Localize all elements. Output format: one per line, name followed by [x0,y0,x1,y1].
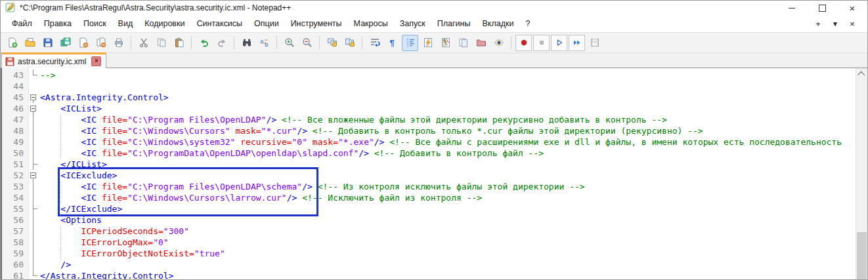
line-number[interactable]: 52 [2,170,28,181]
redo-button[interactable] [213,35,230,51]
code-text[interactable]: <IC file="C:\Windows\system32" recursive… [39,136,842,148]
zoom-out-button[interactable] [299,35,315,51]
code-text[interactable]: <Options [39,214,102,226]
folder-as-workspace-button[interactable] [473,35,489,51]
line-number[interactable]: 60 [2,259,28,270]
menu-item-settings[interactable]: Опции [248,17,285,30]
paste-button[interactable] [171,35,187,51]
code-area[interactable]: 43-->4445<Astra.Integrity.Control>46 <IC… [2,68,856,279]
document-map-button[interactable] [437,35,454,51]
code-text[interactable]: <ICList> [39,103,102,114]
line-number[interactable]: 57 [2,226,28,237]
code-text[interactable]: <IC file="C:\Program Files\OpenLDAP"/> <… [39,114,667,125]
macro-record-button[interactable] [515,35,532,51]
find-button[interactable] [238,35,255,51]
tab-astra-security-ic-xml[interactable]: astra.security.ic.xml × [1,52,106,68]
line-number[interactable]: 49 [2,136,28,148]
code-text[interactable]: <ICExclude> [39,170,117,181]
line-number[interactable]: 45 [2,92,28,103]
print-button[interactable] [110,35,127,51]
menu-item-help[interactable]: ? [519,17,536,30]
code-text[interactable]: </Astra.Integrity.Control> [39,270,174,279]
menu-item-macro[interactable]: Макросы [348,17,394,30]
vertical-scrollbar[interactable] [856,68,867,279]
undo-button[interactable] [196,35,212,51]
menu-item-language[interactable]: Синтаксисы [190,17,248,30]
minimize-icon [789,8,795,9]
minimize-button[interactable] [777,1,807,15]
line-number[interactable]: 61 [2,270,28,279]
line-number[interactable]: 48 [2,125,28,136]
fold-collapse-icon[interactable] [28,92,39,103]
menu-item-search[interactable]: Поиск [77,17,112,30]
maximize-button[interactable] [807,1,837,15]
show-all-characters-button[interactable]: ¶ [384,35,401,51]
line-number[interactable]: 44 [2,81,28,92]
macro-save-button[interactable] [586,35,603,51]
sync-horizontal-scrolling-button[interactable] [341,35,358,51]
menu-item-run[interactable]: Запуск [394,17,431,30]
macro-stop-icon [536,37,547,48]
code-text[interactable]: <IC file="C:\Windows\Cursors\larrow.cur"… [39,192,482,203]
code-text[interactable]: <IC file="C:\ProgramData\OpenLDAP\openld… [39,148,544,159]
code-text[interactable]: <IC file="C:\Program Files\OpenLDAP\sche… [39,181,585,192]
fold-collapse-icon[interactable] [28,103,39,114]
menu-item-encoding[interactable]: Кодировки [139,17,190,30]
line-number[interactable]: 46 [2,103,28,114]
code-text[interactable]: ICErrorLogMax="0" [39,237,169,248]
user-defined-language-button[interactable] [420,35,436,51]
menu-item-file[interactable]: Файл [6,17,38,30]
save-file-button[interactable] [39,35,56,51]
close-file-button[interactable] [75,35,91,51]
macro-stop-button[interactable] [533,35,550,51]
code-text[interactable]: <Astra.Integrity.Control> [39,92,169,103]
menu-item-tabs[interactable]: Вкладки [476,17,519,30]
line-number[interactable]: 58 [2,237,28,248]
menu-item-tools[interactable]: Инструменты [285,17,348,30]
code-text[interactable]: ICErrorObjectNotExist="true" [39,248,225,259]
open-file-button[interactable] [22,35,38,51]
line-number[interactable]: 59 [2,248,28,259]
line-number[interactable]: 56 [2,214,28,226]
close-all-button[interactable] [93,35,109,51]
macro-run-multiple-button[interactable] [569,35,585,51]
code-text[interactable]: ICPeriodSeconds="300" [39,226,189,237]
sync-vertical-scrolling-button[interactable] [324,35,340,51]
scrollbar-thumb[interactable] [857,232,867,279]
monitoring-button[interactable] [490,35,507,51]
new-tab-button[interactable]: + [810,19,827,29]
replace-button[interactable]: ab [256,35,272,51]
new-file-button[interactable] [4,35,20,51]
zoom-in-button[interactable] [281,35,297,51]
code-text[interactable]: </ICList> [39,159,107,170]
menu-item-plugins[interactable]: Плагины [431,17,477,30]
copy-button[interactable] [153,35,169,51]
line-number[interactable]: 55 [2,203,28,214]
close-window-button[interactable]: × [837,1,867,15]
line-number[interactable]: 50 [2,148,28,159]
tab-close-icon[interactable]: × [91,56,101,66]
tab-list-button[interactable]: ▼ [827,20,844,28]
code-text[interactable] [39,81,40,92]
menu-tab-controls: + ▼ × [810,19,867,29]
close-tab-button[interactable]: × [844,19,861,29]
code-text[interactable]: <IC file="C:\Windows\Cursors" mask="*.cu… [39,125,703,136]
macro-playback-button[interactable] [551,35,567,51]
code-text[interactable]: </ICExclude> [39,203,122,214]
line-number[interactable]: 47 [2,114,28,125]
document-list-button[interactable] [455,35,471,51]
code-text[interactable]: /> [39,259,71,270]
line-number[interactable]: 54 [2,192,28,203]
code-text[interactable]: --> [39,70,55,81]
line-number[interactable]: 53 [2,181,28,192]
line-number[interactable]: 51 [2,159,28,170]
word-wrap-button[interactable] [366,35,383,51]
scroll-up-arrow-icon[interactable] [856,68,867,79]
menu-item-edit[interactable]: Правка [38,17,77,30]
line-number[interactable]: 43 [2,70,28,81]
menu-item-view[interactable]: Вид [112,17,139,30]
cut-button[interactable] [135,35,152,51]
save-all-button[interactable] [57,35,74,51]
show-indent-guide-button[interactable] [402,35,418,51]
fold-collapse-icon[interactable] [28,170,39,181]
